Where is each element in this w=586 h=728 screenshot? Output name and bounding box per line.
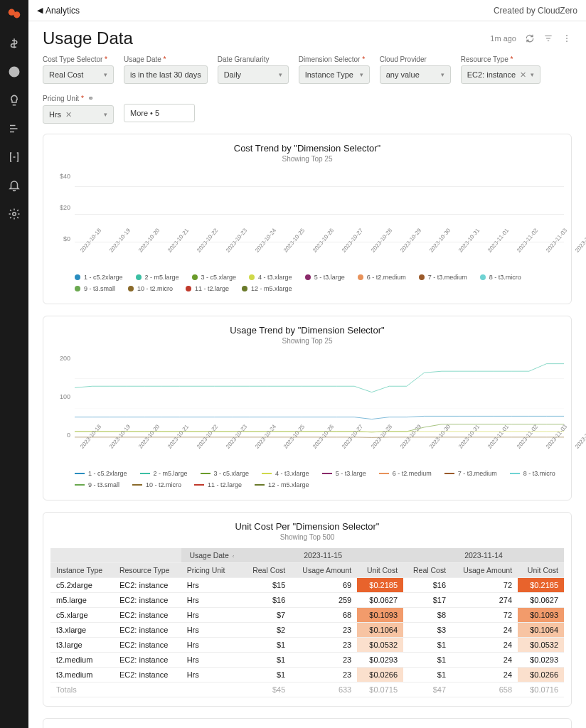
resource-detail-panel: Resource Detail Showing Top 500 Resource… [43,718,572,728]
cost-trend-title: Cost Trend by "Dimension Selector" [50,143,564,154]
legend-item[interactable]: 3 - c5.xlarge [201,470,250,477]
legend-item[interactable]: 2 - m5.large [136,274,179,281]
unit-cost-title: Unit Cost Per "Dimension Selector" [50,521,564,532]
filter-label: Pricing Unit * ⚭ [43,94,114,103]
bulb-icon[interactable] [8,94,21,107]
legend-item[interactable]: 12 - m5.xlarge [242,285,292,292]
legend-item[interactable]: 6 - t2.medium [358,274,406,281]
link-icon: ⚭ [85,94,94,102]
legend-item[interactable]: 1 - c5.2xlarge [75,470,127,477]
filter-date-granularity[interactable]: Daily▾ [218,65,289,84]
svg-point-5 [566,35,568,36]
unit-cost-sub: Showing Top 500 [50,533,564,541]
gear-icon[interactable] [8,208,21,220]
filter-label: Cost Type Selector * [43,55,114,63]
chevron-down-icon: ▾ [104,71,107,78]
filter-label: Dimension Selector * [299,55,370,63]
svg-point-2 [13,213,16,216]
left-sidebar [0,0,28,728]
line-series[interactable] [75,416,564,419]
legend-item[interactable]: 8 - t3.micro [480,274,521,281]
table-row[interactable]: m5.largeEC2: instanceHrs$16259$0.0627$17… [50,593,564,608]
legend-item[interactable]: 7 - t3.medium [444,470,497,477]
filter-label: Usage Date * [124,55,208,63]
legend-item[interactable]: 2 - m5.large [140,470,188,477]
totals-row: Totals$45633$0.0715$47658$0.0716 [50,682,564,697]
unit-cost-panel: Unit Cost Per "Dimension Selector" Showi… [43,512,572,707]
chevron-down-icon: ▾ [441,71,444,78]
updated-label: 1m ago [490,34,516,43]
legend-item[interactable]: 6 - t2.medium [379,470,432,477]
logo-icon[interactable] [6,6,22,21]
created-by: Created by CloudZero [494,6,577,16]
refresh-icon[interactable] [525,33,535,43]
clear-icon[interactable]: ✕ [65,110,72,119]
line-series[interactable] [75,424,564,432]
usage-trend-title: Usage Trend by "Dimension Selector" [50,325,564,336]
legend-item[interactable]: 8 - t3.micro [510,470,555,477]
bell-icon[interactable] [8,179,21,192]
legend-item[interactable]: 1 - c5.2xlarge [75,274,123,281]
legend-item[interactable]: 5 - t3.large [322,470,366,477]
legend-item[interactable]: 3 - c5.xlarge [192,274,237,281]
filter-label: Date Granularity [218,55,289,63]
svg-point-6 [566,38,568,39]
filter-cloud-provider[interactable]: any value▾ [380,65,451,84]
bar-legend: 1 - c5.2xlarge2 - m5.large3 - c5.xlarge4… [50,262,564,295]
svg-point-7 [566,41,568,42]
filter-label: Cloud Provider [380,55,451,63]
legend-item[interactable]: 9 - t3.small [75,285,115,292]
legend-item[interactable]: 4 - t3.xlarge [249,274,292,281]
filter-usage-date[interactable]: is in the last 30 days [124,65,208,84]
filters-row-2: Pricing Unit * ⚭Hrs✕▾ More • 5 [43,94,572,124]
filter-resource-type[interactable]: EC2: instance✕▾ [461,65,540,84]
chevron-down-icon: ▾ [531,71,534,78]
kebab-icon[interactable] [562,33,572,43]
page-title: Usage Data [43,28,133,48]
line-yaxis: 2001000 [50,352,75,459]
legend-item[interactable]: 10 - t2.micro [132,481,181,488]
chevron-down-icon: ▾ [279,71,282,78]
back-icon[interactable]: ◀ [37,6,43,15]
filter-pricing-unit[interactable]: Hrs✕▾ [43,105,114,124]
list-icon[interactable] [8,122,21,135]
table-row[interactable]: t3.largeEC2: instanceHrs$123$0.0532$124$… [50,638,564,653]
brackets-icon[interactable] [8,151,21,164]
legend-item[interactable]: 9 - t3.small [75,481,119,488]
bar-plot: 2023-10-182023-10-192023-10-202023-10-21… [75,170,564,262]
legend-item[interactable]: 7 - t3.medium [419,274,467,281]
filter-label: Resource Type * [461,55,540,63]
line-plot: 2023-10-182023-10-192023-10-202023-10-21… [75,352,564,459]
table-row[interactable]: c5.xlargeEC2: instanceHrs$768$0.1093$872… [50,608,564,623]
legend-item[interactable]: 12 - m5.xlarge [255,481,309,488]
breadcrumb[interactable]: Analytics [46,6,80,16]
legend-item[interactable]: 5 - t3.large [305,274,345,281]
bar-yaxis: $40$20$0 [50,170,75,262]
table-row[interactable]: t3.mediumEC2: instanceHrs$123$0.0266$124… [50,668,564,682]
cost-trend-panel: Cost Trend by "Dimension Selector" Showi… [43,134,572,304]
chevron-down-icon: ▾ [360,71,363,78]
pie-icon[interactable] [8,65,21,78]
topbar: ◀ Analytics Created by CloudZero [28,0,586,21]
unit-cost-table[interactable]: Usage Date ‹2023-11-152023-11-14Instance… [50,548,564,697]
legend-item[interactable]: 10 - t2.micro [128,285,173,292]
line-legend: 1 - c5.2xlarge2 - m5.large3 - c5.xlarge4… [50,459,564,491]
filter-icon[interactable] [543,33,553,43]
dollar-icon[interactable] [8,37,21,50]
filter-cost-type-selector[interactable]: Real Cost▾ [43,65,114,84]
more-filters-button[interactable]: More • 5 [124,104,195,122]
table-row[interactable]: c5.2xlargeEC2: instanceHrs$1569$0.2185$1… [50,578,564,593]
x-tick: 2023-11-04 [574,228,586,262]
cost-trend-sub: Showing Top 25 [50,155,564,163]
table-row[interactable]: t3.xlargeEC2: instanceHrs$223$0.1064$324… [50,623,564,638]
chevron-down-icon: ▾ [104,111,107,118]
legend-item[interactable]: 11 - t2.large [186,285,229,292]
clear-icon[interactable]: ✕ [520,70,526,80]
line-series[interactable] [75,364,564,392]
usage-trend-sub: Showing Top 25 [50,337,564,345]
x-tick: 2023-11-04 [574,424,586,459]
table-row[interactable]: t2.mediumEC2: instanceHrs$123$0.0293$124… [50,653,564,668]
filter-dimension-selector[interactable]: Instance Type▾ [299,65,370,84]
legend-item[interactable]: 4 - t3.xlarge [262,470,309,477]
legend-item[interactable]: 11 - t2.large [194,481,242,488]
